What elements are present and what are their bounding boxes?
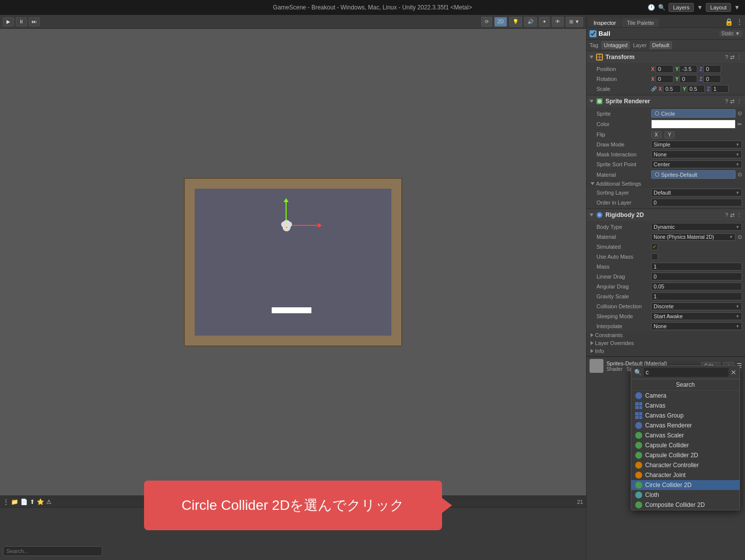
layout-button[interactable]: Layout [706, 3, 731, 12]
sprite-renderer-header[interactable]: Sprite Renderer ? ⇄ ⋮ [587, 95, 745, 107]
collision-detection-dropdown[interactable]: Discrete [651, 302, 742, 310]
step-button[interactable]: ⏭ [29, 17, 40, 26]
pos-y-input[interactable] [679, 65, 697, 73]
flip-x-btn[interactable]: X [651, 131, 662, 139]
transform-prefab-icon[interactable]: ⇄ [730, 54, 735, 61]
search-item[interactable]: Canvas Scaler [631, 430, 740, 440]
mass-input[interactable] [651, 263, 742, 271]
order-in-layer-input[interactable] [651, 199, 742, 207]
rot-y-input[interactable] [679, 75, 697, 83]
scale-x-field: X [659, 85, 681, 93]
scale-y-input[interactable] [687, 85, 705, 93]
rb2d-material-dropdown[interactable]: None (Physics Material 2D) [651, 233, 736, 241]
rigidbody2d-header[interactable]: Rigidbody 2D ? ⇄ ⋮ [587, 209, 745, 221]
search-item[interactable]: Capsule Collider 2D [631, 450, 740, 460]
mask-interaction-dropdown[interactable]: None [651, 150, 742, 158]
sprite-target-icon[interactable]: ⊙ [738, 110, 742, 117]
rb2d-prefab-icon[interactable]: ⇄ [730, 212, 735, 218]
transform-header[interactable]: Transform ? ⇄ ⋮ [587, 51, 745, 63]
scale-x-input[interactable] [663, 85, 681, 93]
layer-dropdown[interactable]: Default [650, 41, 672, 49]
interpolate-dropdown[interactable]: None [651, 322, 742, 330]
light-button[interactable]: 💡 [509, 17, 522, 27]
sr-prefab-icon[interactable]: ⇄ [730, 98, 735, 105]
use-auto-mass-checkbox[interactable] [651, 253, 658, 260]
inspector-tabs: Inspector Tile Palette 🔒 ⋮ [587, 15, 745, 28]
additional-settings-header[interactable]: Additional Settings [587, 180, 745, 188]
linear-drag-input[interactable] [651, 273, 742, 280]
panel-count: 21 [577, 499, 583, 505]
color-picker[interactable] [651, 120, 736, 129]
rb2d-help-icon[interactable]: ? [725, 212, 728, 218]
rigidbody2d-section: Rigidbody 2D ? ⇄ ⋮ Body Type Dynamic Mat… [587, 209, 745, 356]
order-in-layer-row: Order in Layer [587, 198, 745, 208]
search-item[interactable]: Circle Collider 2D [631, 480, 740, 490]
search-field[interactable] [644, 368, 729, 377]
scale-z-input[interactable] [711, 85, 729, 93]
color-edit-icon[interactable]: ✏ [738, 121, 742, 128]
audio-button[interactable]: 🔊 [524, 17, 537, 27]
sleeping-mode-dropdown[interactable]: Start Awake [651, 312, 742, 320]
sr-material-target[interactable]: ⊙ [738, 171, 742, 178]
inspector-lock-icon[interactable]: 🔒 [725, 18, 733, 26]
ball-object[interactable] [279, 218, 294, 233]
gravity-scale-input[interactable] [651, 292, 742, 300]
search-item[interactable]: Canvas Group [631, 411, 740, 420]
panel-icon4: ⭐ [37, 498, 44, 505]
tab-inspector[interactable]: Inspector [589, 18, 621, 27]
sorting-layer-dropdown[interactable]: Default [651, 189, 742, 197]
body-type-dropdown[interactable]: Dynamic [651, 223, 742, 231]
rot-z-input[interactable] [703, 75, 721, 83]
bottom-search-input[interactable] [3, 546, 102, 556]
top-right-controls: 🕐 🔍 Layers ▼ Layout ▼ [648, 3, 740, 12]
go-name[interactable]: Ball [598, 30, 717, 37]
search-item[interactable]: Capsule Collider [631, 440, 740, 450]
sprite-value[interactable]: ⬡ Circle [651, 109, 736, 118]
search-item[interactable]: Canvas [631, 401, 740, 411]
sprite-sort-point-dropdown[interactable]: Center [651, 160, 742, 168]
go-active-checkbox[interactable] [590, 30, 596, 37]
hide-button[interactable]: 👁 [552, 17, 564, 27]
inspector-tab-icons: 🔒 ⋮ [725, 18, 743, 27]
sr-material-value[interactable]: ⬡ Sprites-Default [651, 170, 736, 179]
constraints-header[interactable]: Constraints [587, 331, 745, 339]
inspector-dots-icon[interactable]: ⋮ [736, 18, 743, 26]
tab-tile-palette[interactable]: Tile Palette [622, 18, 659, 27]
draw-mode-dropdown[interactable]: Simple [651, 140, 742, 148]
transform-expand-icon [590, 56, 594, 59]
transform-help-icon[interactable]: ? [725, 54, 728, 61]
2d-button[interactable]: 2D [494, 17, 508, 27]
tag-dropdown[interactable]: Untagged [601, 41, 630, 49]
search-item[interactable]: Composite Collider 2D [631, 500, 740, 510]
pos-x-input[interactable] [656, 65, 673, 73]
search-item[interactable]: Cloth [631, 490, 740, 500]
sr-help-icon[interactable]: ? [725, 98, 728, 105]
rb2d-menu-icon[interactable]: ⋮ [737, 212, 742, 218]
layer-overrides-header[interactable]: Layer Overrides [587, 339, 745, 347]
play-button[interactable]: ▶ [3, 17, 14, 26]
orbit-button[interactable]: ⟳ [481, 17, 492, 27]
effects-button[interactable]: ✦ [539, 17, 550, 27]
pos-z-input[interactable] [703, 65, 721, 73]
search-clear-btn[interactable]: ✕ [731, 368, 737, 376]
transform-menu-icon[interactable]: ⋮ [737, 54, 742, 61]
sprite-renderer-expand-icon [590, 100, 594, 103]
rigidbody2d-body: Body Type Dynamic Material None (Physics… [587, 221, 745, 356]
gizmos-button[interactable]: ⊞ ▼ [566, 17, 583, 27]
go-static[interactable]: Static ▼ [719, 30, 742, 37]
rot-x-input[interactable] [656, 75, 673, 83]
flip-y-btn[interactable]: Y [665, 131, 675, 139]
search-item[interactable]: Canvas Renderer [631, 420, 740, 430]
pos-y-label: Y [675, 67, 679, 72]
info-header[interactable]: Info [587, 347, 745, 355]
constraints-expand [591, 333, 594, 337]
rb2d-material-target[interactable]: ⊙ [738, 234, 742, 240]
layers-button[interactable]: Layers [669, 3, 694, 12]
search-item[interactable]: Character Joint [631, 470, 740, 480]
angular-drag-input[interactable] [651, 282, 742, 290]
simulated-checkbox[interactable]: ✓ [651, 243, 658, 250]
search-item[interactable]: Character Controller [631, 460, 740, 470]
search-item[interactable]: Camera [631, 391, 740, 401]
sr-menu-icon[interactable]: ⋮ [737, 98, 742, 105]
pause-button[interactable]: ⏸ [16, 17, 27, 26]
